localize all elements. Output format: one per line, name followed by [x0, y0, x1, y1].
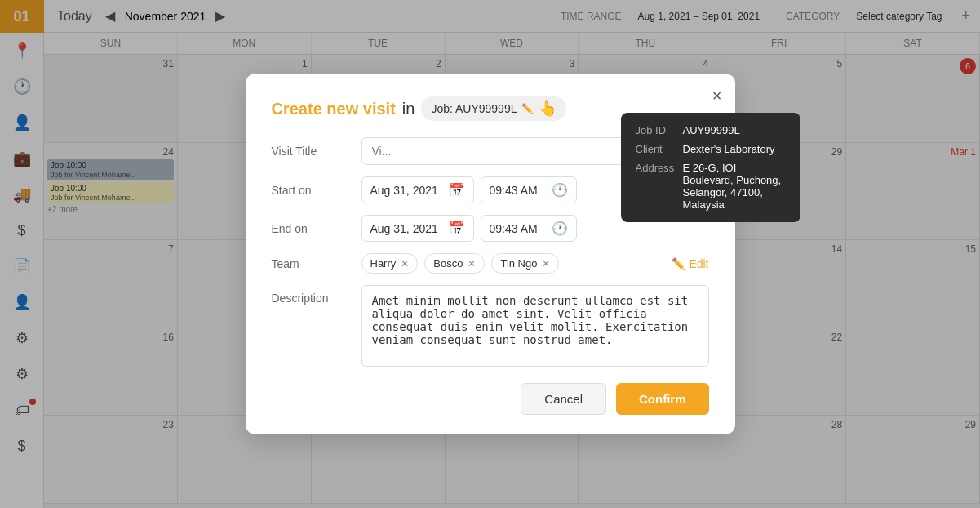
- job-tooltip: Job ID AUY99999L Client Dexter's Laborat…: [621, 113, 800, 222]
- modal-overlay: Create new visit in Job: AUY99999L ✏️ 👆 …: [0, 0, 980, 508]
- description-row: Description Amet minim mollit non deseru…: [272, 285, 709, 367]
- edit-label: Edit: [689, 257, 708, 270]
- start-time-input[interactable]: [490, 184, 547, 197]
- end-on-label: End on: [272, 222, 361, 235]
- edit-pencil-icon-team: ✏️: [672, 257, 685, 270]
- end-time-wrap: 🕐: [481, 215, 577, 242]
- remove-harry-button[interactable]: ✕: [401, 258, 409, 270]
- modal-in-label: in: [402, 100, 415, 118]
- start-time-wrap: 🕐: [481, 176, 577, 203]
- cursor-icon: 👆: [539, 100, 557, 118]
- team-tag-bosco: Bosco ✕: [424, 253, 485, 274]
- description-textarea[interactable]: Amet minim mollit non deserunt ullamco e…: [361, 285, 709, 367]
- job-id-display: Job: AUY99999L: [431, 102, 517, 115]
- tooltip-row-address: Address E 26-G, IOI Boulevard, Puchong, …: [636, 162, 786, 211]
- tooltip-client-label: Client: [636, 143, 683, 155]
- edit-pencil-icon[interactable]: ✏️: [521, 103, 534, 114]
- calendar-icon[interactable]: 📅: [449, 182, 465, 198]
- modal-footer: Cancel Confirm: [272, 383, 709, 415]
- tooltip-client-value: Dexter's Laboratory: [683, 143, 775, 155]
- start-on-label: Start on: [272, 184, 361, 197]
- job-badge[interactable]: Job: AUY99999L ✏️ 👆: [421, 96, 566, 121]
- team-tag-harry: Harry ✕: [361, 253, 419, 274]
- tooltip-address-label: Address: [636, 162, 683, 211]
- modal-close-button[interactable]: ×: [712, 87, 722, 105]
- remove-bosco-button[interactable]: ✕: [468, 258, 476, 270]
- tooltip-row-jobid: Job ID AUY99999L: [636, 124, 786, 136]
- team-member-tinngo: Tin Ngo: [500, 257, 537, 270]
- start-date-input[interactable]: [370, 184, 444, 197]
- create-visit-modal: Create new visit in Job: AUY99999L ✏️ 👆 …: [246, 74, 735, 434]
- visit-title-label: Visit Title: [272, 145, 361, 158]
- remove-tinngo-button[interactable]: ✕: [542, 258, 550, 270]
- team-member-bosco: Bosco: [433, 257, 463, 270]
- end-date-wrap: 📅: [361, 215, 474, 242]
- team-tag-tinngo: Tin Ngo ✕: [491, 253, 559, 274]
- confirm-button[interactable]: Confirm: [616, 383, 709, 415]
- modal-title: Create new visit: [272, 100, 396, 118]
- end-calendar-icon[interactable]: 📅: [449, 221, 465, 236]
- team-row: Team Harry ✕ Bosco ✕ Tin Ngo ✕ ✏️ Edit: [272, 253, 709, 274]
- team-edit-link[interactable]: ✏️ Edit: [672, 257, 708, 270]
- start-date-wrap: 📅: [361, 176, 474, 203]
- end-date-input[interactable]: [370, 222, 444, 235]
- end-clock-icon[interactable]: 🕐: [552, 221, 568, 236]
- clock-icon[interactable]: 🕐: [552, 182, 568, 198]
- tooltip-address-value: E 26-G, IOI Boulevard, Puchong, Selangor…: [683, 162, 786, 211]
- tooltip-row-client: Client Dexter's Laboratory: [636, 143, 786, 155]
- tooltip-jobid-value: AUY99999L: [683, 124, 740, 136]
- tooltip-jobid-label: Job ID: [636, 124, 683, 136]
- team-label: Team: [272, 257, 361, 270]
- description-label: Description: [272, 285, 361, 305]
- end-time-input[interactable]: [490, 222, 547, 235]
- team-tags: Harry ✕ Bosco ✕ Tin Ngo ✕ ✏️ Edit: [361, 253, 709, 274]
- cancel-button[interactable]: Cancel: [521, 383, 606, 415]
- team-member-harry: Harry: [370, 257, 397, 270]
